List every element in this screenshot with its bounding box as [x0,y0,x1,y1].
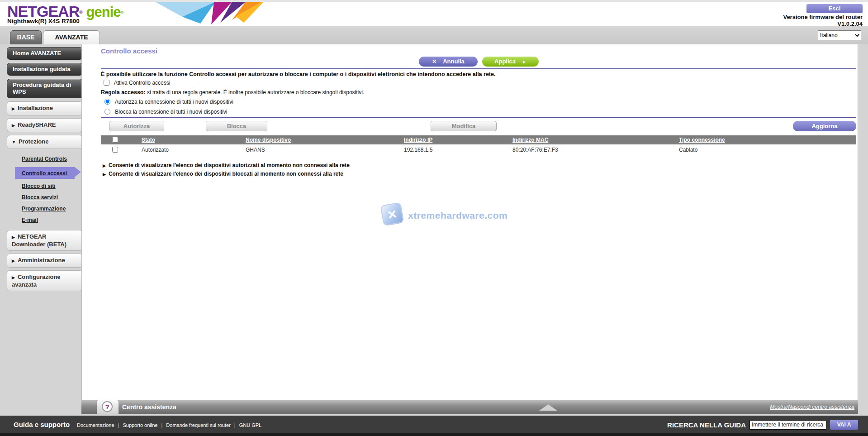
select-all-checkbox[interactable] [112,137,118,143]
guide-search-zone: RICERCA NELLA GUIDA VAI A [667,420,858,430]
enable-access-control-label: Attiva Controllo accessi [114,80,171,86]
support-title: Guida e supporto [14,421,70,428]
guide-search-input[interactable] [749,420,826,430]
footer-link-gnu-gpl[interactable]: GNU GPL [239,422,262,428]
footer-link-domande-frequenti[interactable]: Domande frequenti sul router [166,422,239,428]
block-new-devices-radio[interactable] [104,109,110,115]
sidebar-section-configurazione-avanzata[interactable]: ▶Configurazione avanzata [7,270,83,291]
tab-base[interactable]: BASE [10,30,42,44]
sidebar-item-programmazione[interactable]: Programmazione [22,206,83,212]
column-header-indirizzo-ip[interactable]: Indirizzo IP [404,137,432,143]
x-icon: ✕ [432,58,436,65]
sidebar-item-label: Controllo accessi [22,170,67,177]
router-model-label: Nighthawk(R) X4S R7800 [7,18,80,24]
sidebar-nav: Home AVANZATE Installazione guidata Proc… [7,47,83,294]
cancel-button[interactable]: ✕Annulla [419,57,478,67]
sidebar-section-label: NETGEAR Downloader (BETA) [12,233,66,248]
help-question-icon[interactable]: ? [102,401,113,412]
row-select-checkbox[interactable] [112,147,118,153]
device-ip: 192.168.1.5 [395,144,503,156]
disclosure-list: ▶Consente di visualizzare l'elenco dei d… [103,161,350,178]
guide-search-go-button[interactable]: VAI A [830,420,858,430]
chevron-right-icon: ▶ [12,259,15,263]
tab-avanzate[interactable]: AVANZATE [43,30,100,44]
block-new-devices-row: Blocca la connessione di tutti i nuovi d… [104,109,227,115]
help-bar: ? Centro assistenza Mostra/Nascondi cent… [81,400,858,414]
collapse-arrow-icon[interactable] [539,404,557,411]
apply-button-label: Applica [494,58,516,65]
chevron-right-icon: ▶ [12,123,15,128]
sidebar-item-procedura-wps[interactable]: Procedura guidata di WPS [7,79,83,98]
registered-mark-icon: ® [79,10,82,15]
show-allowed-devices-toggle[interactable]: ▶Consente di visualizzare l'elenco dei d… [103,161,350,170]
sidebar-section-label: Amministrazione [18,257,65,264]
access-rule-title: Regola accesso: [101,89,146,96]
enable-access-control-row: Attiva Controllo accessi [104,80,170,86]
sidebar-section-readyshare[interactable]: ▶ReadySHARE [7,118,83,132]
access-rule-text: Regola accesso: si tratta di una regola … [101,89,364,96]
allow-new-devices-radio[interactable] [104,99,110,105]
sidebar-section-label: Installazione [18,105,53,111]
sidebar-item-controllo-accessi-active[interactable]: Controllo accessi [15,167,75,179]
sidebar-section-label: Configurazione avanzata [12,273,61,288]
column-header-nome-dispositivo[interactable]: Nome dispositivo [246,137,291,143]
disclosure-label: Consente di visualizzare l'elenco dei di… [109,171,343,177]
device-mac: 80:20:AF:76:E7:F3 [503,144,670,156]
tab-strip: BASE AVANZATE Italiano [0,26,868,44]
sidebar-item-parental-controls[interactable]: Parental Controls [22,156,83,162]
guide-search-label: RICERCA NELLA GUIDA [667,421,746,429]
watermark-x-icon: ✕ [380,202,404,226]
logout-button[interactable]: Esci [806,4,863,13]
authorize-button[interactable]: Autorizza [109,121,164,131]
column-header-indirizzo-mac[interactable]: Indirizzo MAC [512,137,548,143]
sidebar-item-email[interactable]: E-mail [22,217,83,223]
footer: Guida e supporto DocumentazioneSupporto … [0,416,868,436]
allow-new-devices-label: Autorizza la connessione di tutti i nuov… [115,99,233,105]
sidebar-item-blocco-di-siti[interactable]: Blocco di siti [22,183,83,189]
divider [101,68,856,69]
block-new-devices-label: Blocca la connessione di tutti i nuovi d… [115,109,227,115]
sidebar-item-home-avanzate[interactable]: Home AVANZATE [7,47,83,60]
chevron-down-icon: ▼ [12,140,16,144]
edit-button[interactable]: Modifica [431,121,497,131]
firmware-label: Versione firmware del router [783,14,863,20]
sidebar-section-amministrazione[interactable]: ▶Amministrazione [7,254,83,268]
chevron-right-icon: ▶ [103,163,106,168]
show-blocked-devices-toggle[interactable]: ▶Consente di visualizzare l'elenco dei d… [103,170,350,178]
block-button[interactable]: Blocca [206,121,267,131]
chevron-right-icon: ▶ [12,275,15,280]
sidebar-section-installazione[interactable]: ▶Installazione [7,101,83,115]
help-toggle-link[interactable]: Mostra/Nascondi centro assistenza [770,404,854,410]
sidebar-item-installazione-guidata[interactable]: Installazione guidata [7,63,83,76]
column-header-stato[interactable]: Stato [142,137,155,143]
refresh-button[interactable]: Aggiorna [793,121,856,131]
language-select[interactable]: Italiano [818,30,861,40]
chevron-right-icon: ▶ [12,235,15,240]
allow-new-devices-row: Autorizza la connessione di tutti i nuov… [104,99,233,105]
table-row: Autorizzato GHANS 192.168.1.5 80:20:AF:7… [101,144,856,156]
apply-button[interactable]: Applica► [482,57,539,67]
cancel-button-label: Annulla [443,58,465,65]
protezione-submenu: Parental Controls Controllo accessi Bloc… [7,152,83,230]
device-connection: Cablato [670,144,856,156]
column-header-tipo-connessione[interactable]: Tipo connessione [679,137,725,143]
arrow-right-icon: ► [522,59,526,64]
intro-text: È possibile utilizzare la funzione Contr… [101,71,495,77]
app-header: NETGEAR®genie® Nighthawk(R) X4S R7800 Es… [0,0,868,26]
footer-link-supporto-online[interactable]: Supporto online [123,422,166,428]
sidebar-section-label: Protezione [19,138,48,145]
header-decoration-triangles [155,2,264,27]
devices-table: Stato Nome dispositivo Indirizzo IP Indi… [101,135,856,156]
chevron-right-icon: ▶ [12,106,15,111]
disclosure-label: Consente di visualizzare l'elenco dei di… [109,162,350,168]
table-header-row: Stato Nome dispositivo Indirizzo IP Indi… [101,135,856,144]
sidebar-section-netgear-downloader[interactable]: ▶NETGEAR Downloader (BETA) [7,230,83,251]
footer-link-documentazione[interactable]: Documentazione [77,422,123,428]
sidebar-section-protezione[interactable]: ▼Protezione [7,135,83,149]
device-status: Autorizzato [133,144,237,156]
sidebar-section-label: ReadySHARE [18,121,56,128]
enable-access-control-checkbox[interactable] [104,80,109,86]
router-admin-page: NETGEAR®genie® Nighthawk(R) X4S R7800 Es… [0,0,868,436]
watermark-text: xtremehardware.com [408,210,508,221]
sidebar-item-blocca-servizi[interactable]: Blocca servizi [22,194,83,201]
